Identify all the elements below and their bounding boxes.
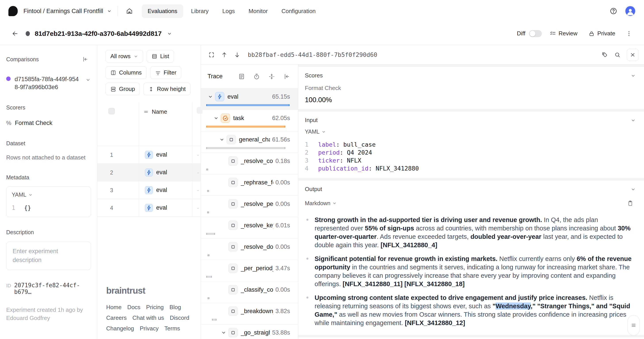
footer-link-terms[interactable]: Terms (164, 323, 180, 334)
lock-icon (588, 30, 595, 37)
chevron-down-icon[interactable] (221, 330, 226, 336)
trace-span-_per_period_[interactable]: _per_period_…3.47s (201, 260, 298, 282)
help-button[interactable] (608, 5, 619, 17)
notes-icon[interactable] (238, 73, 245, 80)
output-format-select[interactable]: Markdown (305, 200, 337, 207)
copy-output-button[interactable] (624, 197, 636, 209)
table-row[interactable]: 3eval- (97, 181, 201, 199)
chevron-down-icon[interactable] (630, 117, 636, 123)
span-duration: 62.05s (270, 115, 290, 122)
more-menu-button[interactable] (623, 28, 635, 39)
metadata-format-select[interactable]: YAML (12, 192, 86, 198)
trace-span-_rephrase_fo[interactable]: _rephrase_fo…0.00s (201, 174, 298, 196)
arrow-up-icon (221, 52, 228, 58)
chevron-down-icon[interactable] (630, 73, 636, 78)
footer-link-blog[interactable]: Blog (170, 302, 181, 313)
search-icon (614, 52, 620, 58)
columns-button[interactable]: Columns (106, 66, 147, 79)
home-button[interactable] (124, 5, 135, 17)
tab-monitor[interactable]: Monitor (243, 4, 274, 18)
filter-button[interactable]: Filter (150, 66, 182, 79)
footer-link-docs[interactable]: Docs (127, 302, 140, 313)
chevron-down-icon[interactable] (219, 137, 225, 142)
table-row[interactable]: 2eval- (97, 164, 201, 181)
id-value: 20719c3f-fe82-44cf-b679… (14, 282, 91, 295)
span-duration: 53.88s (270, 329, 290, 336)
private-button[interactable]: Private (585, 28, 618, 39)
trace-span-task[interactable]: task62.05s (201, 110, 298, 131)
collapse-sidebar-button[interactable] (80, 53, 91, 65)
collapse-left-icon[interactable] (284, 73, 290, 80)
tab-configuration[interactable]: Configuration (276, 4, 322, 18)
chevron-down-icon[interactable] (166, 31, 172, 36)
table-header: Name (97, 102, 201, 146)
trace-span-_resolve_doc[interactable]: _resolve_doc…0.00s (201, 239, 298, 260)
review-button[interactable]: Review (547, 28, 580, 39)
line-number: 4 (305, 165, 312, 172)
tag-button[interactable] (599, 49, 610, 61)
outline-toggle-button[interactable] (628, 315, 640, 336)
all-rows-filter-button[interactable]: All rows (106, 50, 143, 63)
braintrust-wordmark[interactable]: braintrust (106, 286, 201, 296)
expand-panel-button[interactable] (206, 49, 217, 61)
footer-link-home[interactable]: Home (106, 302, 122, 313)
table-row[interactable]: 4eval- (97, 199, 201, 217)
trace-span-_resolve_peri[interactable]: _resolve_peri…0.00s (201, 196, 298, 217)
braintrust-logo-icon[interactable] (8, 6, 18, 16)
trace-title: Trace (208, 73, 222, 80)
span-name: task (233, 115, 244, 122)
dataset-empty-text: Rows not attached to a dataset (6, 154, 91, 161)
back-button[interactable] (9, 28, 21, 39)
footer-link-privacy[interactable]: Privacy (140, 323, 158, 334)
chevron-down-icon[interactable] (630, 186, 636, 192)
row-height-button[interactable]: Row height (143, 83, 190, 95)
line-number: 1 (305, 141, 312, 149)
close-panel-button[interactable] (627, 49, 639, 61)
collapse-vertical-icon[interactable] (268, 73, 275, 80)
tab-evaluations[interactable]: Evaluations (142, 4, 183, 18)
tab-library[interactable]: Library (186, 4, 214, 18)
span-name: _resolve_com… (241, 158, 273, 165)
project-switcher[interactable]: Fintool / Earnings Call Frontfill (24, 8, 112, 14)
footer-link-chat-with-us[interactable]: Chat with us (132, 313, 164, 323)
next-row-button[interactable] (232, 49, 243, 61)
description-input[interactable]: Enter experiment description (6, 242, 91, 270)
user-avatar[interactable] (625, 6, 636, 16)
score-scorer-name: Format Check (305, 85, 636, 91)
trace-span-_classify_co[interactable]: _classify_co…0.00s (201, 282, 298, 303)
input-format-select[interactable]: YAML (305, 128, 326, 135)
prev-row-button[interactable] (218, 49, 230, 61)
trace-span-_go_straigh[interactable]: _go_straigh…53.88s (201, 325, 298, 339)
span-duration-bar (206, 104, 290, 106)
footer-link-changelog[interactable]: Changelog (106, 323, 134, 334)
name-column-header[interactable]: Name (139, 102, 193, 146)
span-duration-bar (212, 319, 216, 321)
trace-span-_resolve_key[interactable]: _resolve_key…6.01s (201, 217, 298, 239)
group-button[interactable]: Group (106, 83, 140, 95)
span-timeline (206, 169, 290, 170)
scorers-heading: Scorers (6, 104, 91, 111)
scorer-item[interactable]: % Format Check (6, 120, 91, 126)
timer-icon[interactable] (253, 73, 260, 80)
span-name: _resolve_peri… (241, 201, 273, 207)
select-all-checkbox[interactable] (108, 108, 115, 114)
comparison-item[interactable]: d71585fa-78fa-449f-9548-9f7a996b03e6 (6, 75, 91, 91)
footer-link-careers[interactable]: Careers (106, 313, 126, 323)
trace-span-_resolve_com[interactable]: _resolve_com…0.18s (201, 153, 298, 174)
trace-span-general_chat[interactable]: general_chat61.56s (201, 131, 298, 153)
divider (118, 6, 118, 16)
tab-logs[interactable]: Logs (216, 4, 240, 18)
filter-label: Filter (164, 69, 176, 76)
trace-span-eval[interactable]: eval65.15s (201, 88, 298, 110)
drag-handle-icon (143, 109, 149, 115)
chevron-down-icon[interactable] (208, 94, 213, 99)
trace-span-_breakdown_[interactable]: _breakdown_…3.82s (201, 303, 298, 325)
footer-link-discord[interactable]: Discord (170, 313, 189, 323)
table-row[interactable]: 1eval- (97, 146, 201, 164)
diff-toggle[interactable] (529, 30, 542, 37)
chevron-down-icon[interactable] (213, 115, 219, 121)
search-button[interactable] (612, 49, 623, 61)
list-view-button[interactable]: List (147, 50, 174, 63)
experiment-title: 81d7eb21-913a-42f0-a370-6ab44992d817 (35, 30, 162, 37)
footer-link-pricing[interactable]: Pricing (146, 302, 164, 313)
